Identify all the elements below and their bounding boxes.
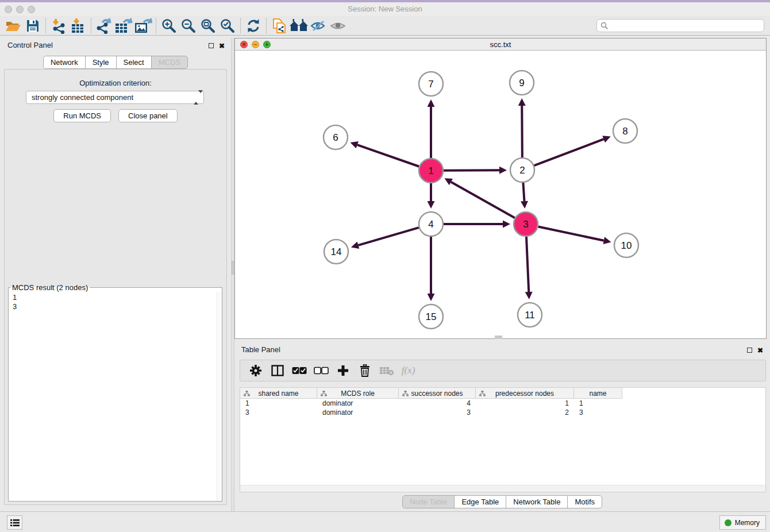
- network-graph: 7968124314101511: [235, 51, 766, 338]
- result-line: 1: [13, 293, 222, 302]
- tab-select[interactable]: Select: [116, 56, 152, 69]
- export-image-icon: [134, 18, 152, 34]
- table-settings-button[interactable]: [246, 362, 265, 379]
- cell-name[interactable]: 3: [574, 408, 622, 417]
- network-canvas[interactable]: 7968124314101511: [235, 51, 766, 338]
- hide-selected-button[interactable]: [309, 17, 328, 34]
- memory-button[interactable]: Memory: [719, 515, 766, 530]
- splitter-grip[interactable]: [232, 261, 234, 275]
- cell-predecessor-nodes[interactable]: 1: [476, 399, 574, 408]
- table-header-row: shared name MCDS role successor nodes pr…: [240, 388, 622, 399]
- table-horizontal-scrollbar[interactable]: [240, 485, 765, 492]
- graph-edge-2-8[interactable]: [534, 139, 604, 165]
- graph-edge-3-10[interactable]: [538, 227, 604, 241]
- table-panel-close-button[interactable]: ✖: [757, 346, 763, 354]
- panel-list-button[interactable]: [7, 515, 22, 530]
- cell-mcds-role[interactable]: dominator: [317, 399, 399, 408]
- refresh-button[interactable]: [244, 17, 263, 34]
- network-window-titlebar[interactable]: × − + scc.txt: [235, 38, 766, 51]
- import-network-button[interactable]: [49, 17, 68, 34]
- export-network-button[interactable]: [94, 17, 114, 34]
- import-table-button[interactable]: [68, 17, 88, 34]
- result-scrollbar[interactable]: [217, 292, 222, 501]
- mcds-result-group: MCDS result (2 nodes) 1 3: [8, 283, 222, 502]
- memory-label: Memory: [735, 519, 760, 527]
- toolbar-separator: [91, 18, 91, 33]
- toolbar-separator: [156, 18, 156, 33]
- cell-successor-nodes[interactable]: 3: [399, 408, 476, 417]
- graph-edge-1-6[interactable]: [357, 145, 419, 167]
- add-row-button[interactable]: [333, 362, 352, 379]
- control-panel-close-button[interactable]: ✖: [219, 41, 225, 50]
- column-header-mcds-role[interactable]: MCDS role: [317, 388, 399, 399]
- control-panel-header: Control Panel ✖: [0, 38, 231, 53]
- cell-shared-name[interactable]: 3: [240, 408, 317, 417]
- hierarchy-icon: [402, 391, 409, 396]
- graph-edge-1-2[interactable]: [444, 170, 499, 171]
- tab-network-table[interactable]: Network Table: [506, 495, 568, 508]
- control-panel-tabs: Network Style Select MCDS: [0, 56, 231, 69]
- search-input[interactable]: [596, 19, 764, 32]
- run-mcds-button[interactable]: Run MCDS: [53, 109, 111, 122]
- network-window-resize-grip[interactable]: [495, 336, 502, 339]
- column-header-successor-nodes[interactable]: successor nodes: [399, 388, 476, 399]
- tab-edge-table[interactable]: Edge Table: [454, 495, 506, 508]
- show-all-button[interactable]: [328, 17, 348, 34]
- tab-style[interactable]: Style: [85, 56, 117, 69]
- graph-node-label-11: 11: [525, 310, 535, 321]
- graph-edge-2-3[interactable]: [523, 183, 524, 201]
- table-row[interactable]: 3 dominator 3 2 3: [240, 408, 765, 417]
- tab-mcds[interactable]: MCDS: [151, 56, 188, 69]
- select-all-icon: [292, 367, 307, 375]
- cell-name[interactable]: 1: [574, 399, 622, 408]
- window-title: Session: New Session: [0, 5, 770, 13]
- toolbar-separator: [240, 18, 241, 33]
- delete-table-button[interactable]: [377, 362, 396, 379]
- tab-motifs[interactable]: Motifs: [567, 495, 602, 508]
- select-all-button[interactable]: [290, 362, 309, 379]
- delete-row-button[interactable]: [355, 362, 374, 379]
- graph-edge-2-9[interactable]: [522, 106, 522, 157]
- cell-predecessor-nodes[interactable]: 2: [476, 408, 574, 417]
- main-toolbar: [0, 16, 770, 36]
- cell-shared-name[interactable]: 1: [240, 399, 317, 408]
- tab-node-table[interactable]: Node Table: [402, 495, 455, 508]
- open-session-button[interactable]: [3, 17, 23, 34]
- zoom-in-button[interactable]: [159, 17, 179, 34]
- table-panel-float-button[interactable]: [747, 346, 752, 354]
- zoom-selected-button[interactable]: [218, 17, 237, 34]
- hierarchy-icon: [244, 391, 250, 396]
- cell-mcds-role[interactable]: dominator: [317, 408, 399, 417]
- column-header-predecessor-nodes[interactable]: predecessor nodes: [476, 388, 574, 399]
- home-layout-button[interactable]: [289, 17, 309, 34]
- zoom-fit-button[interactable]: [198, 17, 218, 34]
- close-panel-button[interactable]: Close panel: [118, 109, 178, 122]
- control-panel-float-button[interactable]: [209, 41, 214, 50]
- export-image-button[interactable]: [133, 17, 153, 34]
- save-session-button[interactable]: [23, 17, 43, 34]
- node-table[interactable]: shared name MCDS role successor nodes pr…: [240, 387, 766, 492]
- export-table-button[interactable]: [114, 17, 133, 34]
- zoom-out-button[interactable]: [179, 17, 198, 34]
- export-network-icon: [95, 18, 113, 34]
- table-row[interactable]: 1 dominator 4 1 1: [240, 399, 765, 408]
- graph-node-label-1: 1: [428, 165, 433, 176]
- column-header-shared-name[interactable]: shared name: [240, 388, 317, 399]
- graph-edge-4-14[interactable]: [358, 228, 418, 245]
- graph-node-label-10: 10: [621, 240, 632, 251]
- table-panel-title: Table Panel: [241, 345, 280, 354]
- cell-successor-nodes[interactable]: 4: [399, 399, 476, 408]
- eye-icon: [329, 19, 346, 33]
- optimization-criterion-select[interactable]: strongly connected component: [26, 91, 204, 104]
- graph-edge-3-11[interactable]: [526, 237, 529, 292]
- deselect-all-button[interactable]: [311, 362, 330, 379]
- mcds-result-text[interactable]: 1 3: [9, 292, 222, 501]
- optimization-criterion-value: strongly connected component: [32, 93, 133, 102]
- column-header-name[interactable]: name: [574, 388, 622, 399]
- new-network-from-selection-button[interactable]: [270, 17, 289, 34]
- function-builder-button[interactable]: f(x): [399, 362, 418, 379]
- graph-edge-3-1[interactable]: [451, 182, 515, 218]
- refresh-icon: [245, 18, 261, 34]
- tab-network[interactable]: Network: [43, 56, 86, 69]
- show-column-button[interactable]: [268, 362, 287, 379]
